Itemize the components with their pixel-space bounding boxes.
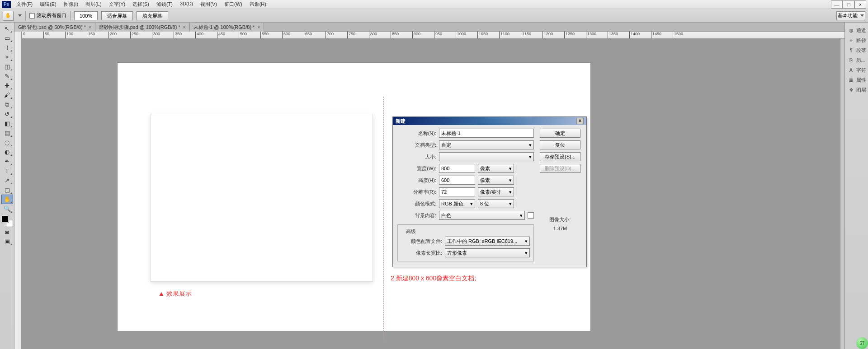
panel-properties[interactable]: ≣属性 [846, 75, 867, 85]
quickmask-icon[interactable]: ◙ [1, 227, 13, 237]
tool-path-select[interactable]: ↗ [1, 176, 13, 185]
bits-select[interactable]: 8 位▾ [478, 199, 514, 208]
menu-image[interactable]: 图像(I) [61, 0, 81, 9]
close-tab-icon[interactable]: × [257, 25, 260, 30]
height-input[interactable] [439, 176, 475, 185]
reset-button[interactable]: 复位 [540, 140, 580, 149]
menu-help[interactable]: 帮助(H) [247, 0, 269, 9]
scrollbar-vertical[interactable] [840, 39, 844, 349]
menu-3d[interactable]: 3D(D) [177, 0, 196, 9]
doc-tab-2[interactable]: 磨砂图标步骤.psd @ 100%(RGB/8) *× [95, 23, 190, 32]
res-input[interactable] [439, 187, 475, 196]
app-logo-icon: Ps [2, 1, 11, 8]
tool-eraser[interactable]: ◧ [1, 119, 13, 128]
name-input[interactable] [439, 129, 534, 138]
panel-label: 图层 [856, 87, 866, 93]
tool-zoom[interactable]: 🔍 [1, 204, 13, 214]
tool-dropdown-icon[interactable] [18, 14, 22, 17]
height-label: 高度(H): [397, 177, 436, 184]
dialog-title-bar[interactable]: 新建 × [393, 117, 586, 125]
status-badge: 57 [856, 337, 868, 349]
maximize-button[interactable]: □ [843, 0, 854, 9]
separator [70, 11, 71, 21]
mode-select[interactable]: RGB 颜色▾ [439, 199, 475, 208]
bg-select[interactable]: 白色▾ [439, 211, 525, 220]
panel-label: 路径 [856, 37, 866, 44]
menu-file[interactable]: 文件(F) [14, 0, 35, 9]
scroll-all-checkbox[interactable]: 滚动所有窗口 [29, 12, 66, 19]
size-select[interactable]: ▾ [439, 152, 534, 161]
tool-stamp[interactable]: ⧉ [1, 100, 13, 109]
workspace-dropdown[interactable]: 基本功能 [836, 11, 865, 20]
width-input[interactable] [439, 164, 475, 173]
menu-edit[interactable]: 编辑(E) [37, 0, 59, 9]
menu-filter[interactable]: 滤镜(T) [154, 0, 175, 9]
close-tab-icon[interactable]: × [183, 25, 186, 30]
tool-brush[interactable]: 🖌 [1, 90, 13, 100]
panel-layers[interactable]: ❖图层 [846, 85, 867, 95]
doc-tab-1[interactable]: Gift 背包.psd @ 50%(RGB/8) *× [14, 23, 95, 32]
foreground-swatch[interactable] [1, 215, 9, 223]
ok-button[interactable]: 确定 [540, 129, 580, 138]
guide-line [383, 97, 384, 340]
tool-lasso[interactable]: ⌇ [1, 43, 13, 52]
tool-move[interactable]: ↖ [1, 24, 13, 33]
width-unit-select[interactable]: 像素▾ [478, 164, 514, 173]
aspect-select[interactable]: 方形像素▾ [445, 248, 530, 257]
unit-value: 像素 [480, 177, 490, 184]
tool-pen[interactable]: ✒ [1, 157, 13, 166]
bg-color-swatch[interactable] [528, 212, 534, 219]
layers-icon: ❖ [848, 87, 854, 93]
menu-bar: 文件(F) 编辑(E) 图像(I) 图层(L) 文字(Y) 选择(S) 滤镜(T… [14, 0, 830, 9]
preview-thumbnail [151, 114, 373, 282]
tool-gradient[interactable]: ▤ [1, 128, 13, 138]
tool-heal[interactable]: ✚ [1, 81, 13, 90]
tool-history-brush[interactable]: ↺ [1, 109, 13, 119]
doc-tab-3[interactable]: 未标题-1 @ 100%(RGB/8) *× [190, 23, 264, 32]
menu-select[interactable]: 选择(S) [130, 0, 152, 9]
doctype-select[interactable]: 自定▾ [439, 140, 534, 149]
close-tab-icon[interactable]: × [89, 25, 91, 30]
panel-paths[interactable]: ⟡路径 [846, 35, 867, 45]
dialog-close-button[interactable]: × [576, 118, 584, 124]
tool-type[interactable]: T [1, 166, 13, 176]
bits-value: 8 位 [480, 200, 489, 207]
panel-paragraph[interactable]: ¶段落 [846, 45, 867, 55]
tool-eyedropper[interactable]: ✎ [1, 71, 13, 81]
ruler-vertical[interactable] [14, 32, 22, 349]
current-tool-icon[interactable]: ✋ [3, 11, 14, 21]
menu-type[interactable]: 文字(Y) [106, 0, 128, 9]
color-swatches[interactable] [1, 215, 13, 227]
height-unit-select[interactable]: 像素▾ [478, 176, 514, 185]
menu-layer[interactable]: 图层(L) [83, 0, 104, 9]
fill-screen-button[interactable]: 填充屏幕 [137, 11, 168, 20]
tool-crop[interactable]: ◫ [1, 62, 13, 71]
save-preset-button[interactable]: 存储预设(S)... [540, 152, 580, 161]
panel-channels[interactable]: ◍通道 [846, 25, 867, 35]
tool-dodge[interactable]: ◐ [1, 147, 13, 157]
panel-history[interactable]: ⎘历... [846, 55, 867, 65]
panel-character[interactable]: A字符 [846, 65, 867, 75]
menu-window[interactable]: 窗口(W) [222, 0, 245, 9]
close-button[interactable]: × [854, 0, 866, 9]
aspect-label: 像素长宽比: [401, 250, 442, 256]
screenmode-icon[interactable]: ▣ [1, 237, 13, 246]
tool-shape[interactable]: ▢ [1, 185, 13, 195]
mode-value: RGB 颜色 [441, 200, 463, 207]
tool-hand[interactable]: ✋ [1, 195, 13, 204]
zoom-input[interactable]: 100% [74, 11, 98, 20]
tool-wand[interactable]: ✧ [1, 52, 13, 62]
minimize-button[interactable]: — [831, 0, 843, 9]
tool-marquee[interactable]: ▭ [1, 33, 13, 43]
document-tab-bar: Gift 背包.psd @ 50%(RGB/8) *× 磨砂图标步骤.psd @… [14, 23, 844, 32]
menu-view[interactable]: 视图(V) [198, 0, 220, 9]
chevron-down-icon [860, 14, 864, 17]
tool-blur[interactable]: ◌ [1, 138, 13, 147]
image-size-value: 1.37M [553, 226, 567, 231]
fit-screen-button[interactable]: 适合屏幕 [101, 11, 133, 20]
res-unit-select[interactable]: 像素/英寸▾ [478, 187, 514, 196]
dialog-title: 新建 [396, 118, 406, 125]
profile-select[interactable]: 工作中的 RGB: sRGB IEC619...▾ [445, 237, 530, 246]
canvas-viewport[interactable]: ▲ 效果展示 2.新建800 x 600像素空白文档; 新建 × 名称(N): [22, 39, 840, 349]
ruler-horizontal[interactable]: 0501001502002503003504004505005506006507… [14, 32, 844, 39]
